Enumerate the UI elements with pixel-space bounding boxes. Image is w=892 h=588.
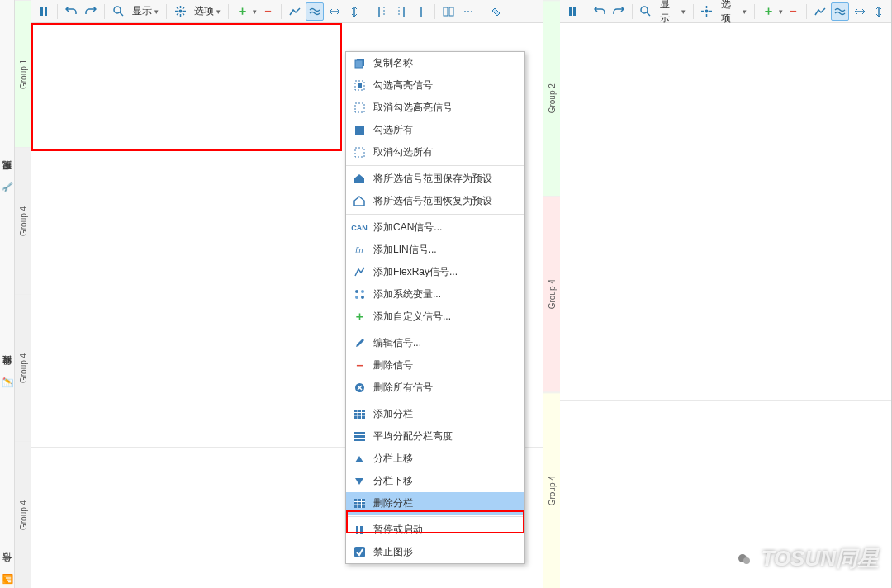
pause-button[interactable]: [35, 2, 53, 21]
side-tab-signal[interactable]: 📶 信号: [0, 392, 14, 588]
pause-button[interactable]: [563, 2, 581, 21]
menu-item-label: 平均分配分栏高度: [373, 429, 453, 443]
menu-item-pause[interactable]: 暂停或启动: [346, 519, 524, 541]
zoom-button[interactable]: [637, 2, 655, 21]
svg-rect-63: [360, 526, 363, 534]
menu-item-grid-del[interactable]: 删除分栏: [346, 492, 524, 514]
menu-item-check[interactable]: 禁止图形: [346, 541, 524, 563]
chart-stacked-button[interactable]: [306, 2, 324, 21]
svg-rect-0: [40, 7, 43, 16]
group-label: Group 2: [543, 0, 560, 196]
menu-item-uncheck-solid[interactable]: 取消勾选所有: [346, 141, 524, 164]
add-button[interactable]: ＋: [233, 2, 251, 21]
more-button[interactable]: ⋯: [459, 2, 477, 21]
options-dropdown[interactable]: 选项▾: [718, 0, 750, 26]
fit-v-button[interactable]: [870, 2, 888, 21]
cursor-single-button[interactable]: [412, 2, 430, 21]
menu-item-minus[interactable]: －删除信号: [346, 354, 524, 377]
menu-item-plus[interactable]: ＋添加自定义信号...: [346, 306, 524, 328]
display-dropdown[interactable]: 显示▾: [657, 0, 689, 26]
fit-v-button[interactable]: [345, 2, 363, 21]
menu-item-up[interactable]: 分栏上移: [346, 448, 524, 470]
menu-item-label: 添加CAN信号...: [373, 220, 442, 235]
remove-button[interactable]: －: [259, 2, 277, 21]
menu-separator: [346, 516, 524, 517]
cursor-1-button[interactable]: [372, 2, 391, 21]
edit-icon: [353, 337, 366, 350]
menu-item-down[interactable]: 分栏下移: [346, 470, 524, 492]
menu-item-home-save[interactable]: 将所选信号范围保存为预设: [346, 168, 524, 190]
svg-rect-52: [354, 432, 365, 434]
menu-item-label: 分栏上移: [373, 452, 413, 466]
side-tab-realtime-note[interactable]: 📝 实时注释: [0, 196, 14, 391]
chart-line-button[interactable]: [811, 2, 829, 21]
svg-point-26: [705, 10, 709, 13]
fit-h-button[interactable]: [325, 2, 344, 21]
menu-item-copy[interactable]: 复制名称: [346, 52, 524, 74]
gear-button[interactable]: [698, 2, 716, 21]
separator: [228, 4, 229, 19]
grid-del-icon: [353, 497, 366, 510]
svg-point-41: [361, 290, 364, 293]
redo-button[interactable]: [610, 2, 628, 21]
undo-button[interactable]: [591, 2, 609, 21]
menu-item-home-restore[interactable]: 将所选信号范围恢复为预设: [346, 190, 524, 212]
gear-button[interactable]: [171, 2, 189, 21]
fit-h-button[interactable]: [851, 2, 869, 21]
split-button[interactable]: [439, 2, 458, 21]
chart-line-button[interactable]: [286, 2, 304, 21]
menu-item-label: 添加FlexRay信号...: [373, 265, 458, 279]
rows-icon: [353, 430, 366, 443]
display-dropdown[interactable]: 显示▾: [129, 4, 162, 18]
separator: [806, 4, 807, 19]
remove-button[interactable]: －: [785, 2, 803, 21]
svg-rect-62: [356, 526, 358, 534]
menu-separator: [346, 165, 524, 166]
can-icon: CAN: [353, 221, 366, 235]
svg-rect-53: [354, 435, 365, 438]
menu-item-flexray[interactable]: 添加FlexRay信号...: [346, 261, 524, 283]
add-button[interactable]: ＋: [759, 2, 777, 21]
menu-item-label: 将所选信号范围恢复为预设: [373, 194, 492, 208]
svg-rect-37: [355, 103, 364, 112]
sysvar-icon: [353, 288, 366, 301]
svg-line-25: [647, 12, 650, 16]
erase-button[interactable]: [486, 2, 505, 21]
menu-item-label: 取消勾选所有: [373, 145, 433, 159]
menu-item-sysvar[interactable]: 添加系统变量...: [346, 283, 524, 306]
menu-item-grid[interactable]: 添加分栏: [346, 403, 524, 425]
menu-item-check-dash[interactable]: 勾选高亮信号: [346, 74, 524, 97]
side-tab-config[interactable]: 🔧 配置项: [0, 0, 14, 196]
menu-item-can[interactable]: CAN添加CAN信号...: [346, 216, 524, 239]
menu-item-edit[interactable]: 编辑信号...: [346, 332, 524, 354]
left-toolbar: 显示▾ 选项▾ ＋ ▾ － ⋯: [31, 0, 543, 23]
remove-all-icon: [353, 382, 366, 395]
svg-rect-57: [354, 499, 365, 508]
svg-rect-23: [573, 7, 576, 16]
redo-button[interactable]: [82, 2, 100, 21]
zoom-button[interactable]: [109, 2, 127, 21]
up-icon: [353, 453, 366, 466]
separator: [632, 4, 633, 19]
menu-item-rows[interactable]: 平均分配分栏高度: [346, 425, 524, 448]
group-label: Group 4: [15, 147, 31, 294]
menu-item-uncheck-dash[interactable]: 取消勾选高亮信号: [346, 97, 524, 119]
svg-point-42: [355, 296, 358, 299]
menu-item-remove-all[interactable]: 删除所有信号: [346, 377, 524, 399]
menu-item-lin[interactable]: lin添加LIN信号...: [346, 239, 524, 261]
menu-item-label: 复制名称: [373, 56, 413, 70]
chevron-down-icon: ▾: [253, 7, 257, 16]
undo-button[interactable]: [62, 2, 80, 21]
cursor-2-button[interactable]: [392, 2, 410, 21]
chart-stacked-button[interactable]: [831, 2, 849, 21]
menu-item-check-solid[interactable]: 勾选所有: [346, 119, 524, 141]
svg-point-2: [114, 7, 121, 13]
right-plot-area[interactable]: [560, 23, 891, 588]
menu-item-label: 添加分栏: [373, 407, 413, 421]
svg-rect-20: [444, 7, 448, 16]
minus-icon: －: [353, 359, 366, 372]
options-dropdown[interactable]: 选项▾: [191, 4, 224, 18]
group-label: Group 1: [15, 0, 31, 147]
svg-point-43: [361, 296, 364, 299]
menu-separator: [346, 214, 524, 215]
